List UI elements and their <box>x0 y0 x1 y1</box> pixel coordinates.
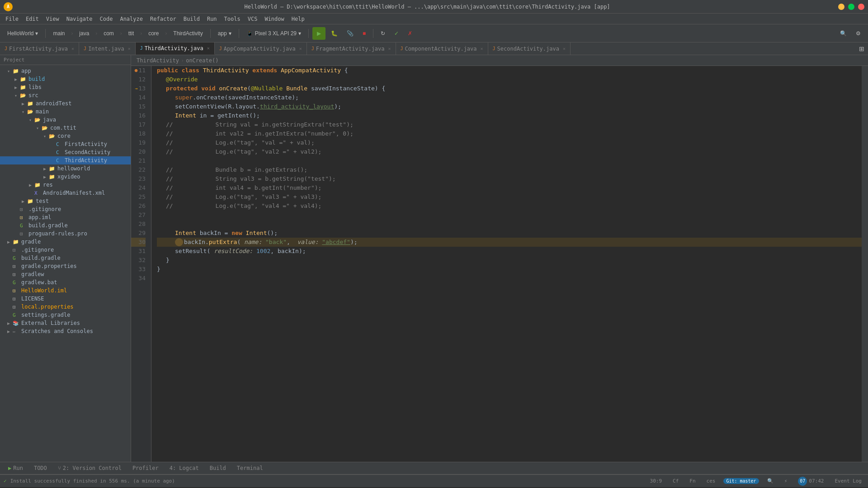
tab-appcompatactivity-close[interactable]: ✕ <box>299 46 302 51</box>
tab-thirdactivity-close[interactable]: ✕ <box>207 46 210 51</box>
tree-item-gradleprops[interactable]: ▶ ⊡ gradle.properties <box>0 262 131 270</box>
breadcrumb-core[interactable]: core <box>145 27 162 40</box>
power-button[interactable]: ⚡ <box>782 477 790 485</box>
tree-item-license[interactable]: ▶ ⊡ LICENSE <box>0 295 131 303</box>
tree-item-app[interactable]: ▾ 📁 app <box>0 67 131 75</box>
menu-tools[interactable]: Tools <box>221 15 244 23</box>
menu-view[interactable]: View <box>42 15 63 23</box>
tree-item-androidtest[interactable]: ▶ 📁 androidTest <box>0 99 131 108</box>
tree-item-manifest[interactable]: ▶ X AndroidManifest.xml <box>0 189 131 197</box>
tree-item-localprops[interactable]: ▶ ⊡ local.properties <box>0 303 131 311</box>
menu-edit[interactable]: Edit <box>22 15 42 23</box>
menu-code[interactable]: Code <box>96 15 117 23</box>
tree-item-buildgradle[interactable]: ▶ G build.gradle <box>0 221 131 230</box>
tree-item-libs[interactable]: ▶ 📁 libs <box>0 83 131 91</box>
tree-item-proguard[interactable]: ▶ ⊡ proguard-rules.pro <box>0 230 131 238</box>
tree-item-buildgradle-root[interactable]: ▶ G build.gradle <box>0 254 131 262</box>
device-selector[interactable]: 📱 Pixel 3 XL API 29 ▾ <box>243 27 305 40</box>
menu-help[interactable]: Help <box>288 15 308 23</box>
git-branch-indicator[interactable]: Git: master <box>723 478 759 484</box>
breadcrumb-thirdactivity[interactable]: ThirdActivity <box>170 27 206 40</box>
search-button[interactable]: 🔍 <box>764 477 776 485</box>
tree-item-build[interactable]: ▶ 📁 build <box>0 75 131 83</box>
attach-button[interactable]: 📎 <box>343 27 357 40</box>
tab-fragmentactivity[interactable]: J FragmentActivity.java ✕ <box>307 42 396 55</box>
right-scroll-gutter[interactable] <box>862 66 868 462</box>
git-check-button[interactable]: ✓ <box>391 27 402 40</box>
run-config-selector[interactable]: app ▾ <box>214 27 235 40</box>
tree-item-appiml[interactable]: ▶ ⊡ app.iml <box>0 213 131 221</box>
breadcrumb-java[interactable]: java <box>75 27 93 40</box>
tree-item-helloworldiml[interactable]: ▶ ⊡ HelloWorld.iml <box>0 286 131 295</box>
tree-item-gradlewbat[interactable]: ▶ G gradlew.bat <box>0 278 131 286</box>
tree-item-core[interactable]: ▾ 📂 core <box>0 132 131 140</box>
settings-button[interactable]: ⚙ <box>852 27 864 40</box>
recent-files-button[interactable]: ⊞ <box>855 42 868 55</box>
code-editor[interactable]: public class ThirdActivity extends AppCo… <box>151 66 862 462</box>
breadcrumb-oncreate[interactable]: onCreate() <box>186 57 218 64</box>
project-selector[interactable]: HelloWorld ▾ <box>4 27 42 40</box>
git-x-button[interactable]: ✗ <box>404 27 416 40</box>
tab-componentactivity-close[interactable]: ✕ <box>481 46 483 51</box>
tree-item-helloworld[interactable]: ▶ 📁 helloworld <box>0 164 131 173</box>
breadcrumb-main[interactable]: main <box>49 27 68 40</box>
tree-item-external[interactable]: ▶ 📚 External Libraries <box>0 319 131 327</box>
search-everywhere-button[interactable]: 🔍 <box>836 27 850 40</box>
tab-appcompatactivity[interactable]: J AppCompatActivity.java ✕ <box>215 42 307 55</box>
tree-item-gitignore-app[interactable]: ▶ ⊡ .gitignore <box>0 205 131 213</box>
tree-item-secondactivity[interactable]: ▶ C SecondActivity <box>0 148 131 156</box>
bottom-tab-run[interactable]: ▶ Run <box>4 464 28 472</box>
tab-secondactivity[interactable]: J SecondActivity.java ✕ <box>488 42 571 55</box>
tree-item-thirdactivity[interactable]: ▶ C ThirdActivity <box>0 156 131 164</box>
menu-navigate[interactable]: Navigate <box>63 15 96 23</box>
bottom-tab-vcs[interactable]: ⑂ 2: Version Control <box>53 464 126 472</box>
bottom-tab-build[interactable]: Build <box>205 464 231 472</box>
tree-item-xgvideo[interactable]: ▶ 📁 xgvideo <box>0 173 131 181</box>
tree-item-gitignore-root[interactable]: ▶ ⊡ .gitignore <box>0 246 131 254</box>
event-log-button[interactable]: Event Log <box>832 477 864 485</box>
position-indicator[interactable]: 30:9 <box>647 477 665 485</box>
encoding-indicator[interactable]: Cf <box>670 477 681 485</box>
menu-refactor[interactable]: Refactor <box>146 15 180 23</box>
menu-window[interactable]: Window <box>261 15 288 23</box>
input-mode-indicator[interactable]: ces <box>704 477 718 485</box>
tree-item-comttit[interactable]: ▾ 📂 com.ttit <box>0 124 131 132</box>
tab-intent-close[interactable]: ✕ <box>128 46 131 51</box>
breadcrumb-ttit[interactable]: ttit <box>125 27 138 40</box>
tab-componentactivity[interactable]: J ComponentActivity.java ✕ <box>396 42 488 55</box>
menu-file[interactable]: File <box>2 15 22 23</box>
minimize-button[interactable] <box>838 4 844 10</box>
sync-button[interactable]: ↻ <box>377 27 389 40</box>
maximize-button[interactable] <box>848 4 854 10</box>
bottom-tab-terminal[interactable]: Terminal <box>232 464 268 472</box>
file-tree[interactable]: ▾ 📁 app ▶ 📁 build ▶ 📁 libs <box>0 65 131 462</box>
run-button[interactable]: ▶ <box>312 27 326 40</box>
menu-run[interactable]: Run <box>203 15 221 23</box>
tab-thirdactivity[interactable]: J ThirdActivity.java ✕ <box>136 42 215 55</box>
tree-item-settingsgradle[interactable]: ▶ G settings.gradle <box>0 311 131 319</box>
breadcrumb-thirdactivity[interactable]: ThirdActivity <box>137 57 179 64</box>
tab-firstactivity[interactable]: J FirstActivity.java ✕ <box>0 42 79 55</box>
menu-analyze[interactable]: Analyze <box>116 15 146 23</box>
tab-secondactivity-close[interactable]: ✕ <box>563 46 566 51</box>
bottom-tab-logcat[interactable]: 4: Logcat <box>165 464 203 472</box>
menu-build[interactable]: Build <box>180 15 203 23</box>
debug-button[interactable]: 🐛 <box>327 27 341 40</box>
tree-item-res[interactable]: ▶ 📁 res <box>0 181 131 189</box>
tree-item-src[interactable]: ▾ 📂 src <box>0 91 131 99</box>
window-controls[interactable] <box>838 4 864 10</box>
tree-item-main[interactable]: ▾ 📂 main <box>0 108 131 116</box>
tab-firstactivity-close[interactable]: ✕ <box>71 46 74 51</box>
tree-item-firstactivity[interactable]: ▶ C FirstActivity <box>0 140 131 148</box>
stop-button[interactable]: ■ <box>359 27 369 40</box>
tree-item-gradle[interactable]: ▶ 📁 gradle <box>0 238 131 246</box>
tree-item-java[interactable]: ▾ 📂 java <box>0 116 131 124</box>
close-button[interactable] <box>858 4 864 10</box>
bottom-tab-todo[interactable]: TODO <box>29 464 52 472</box>
tab-fragmentactivity-close[interactable]: ✕ <box>388 46 391 51</box>
tree-item-gradlew[interactable]: ▶ ⊡ gradlew <box>0 270 131 278</box>
bottom-tab-profiler[interactable]: Profiler <box>128 464 163 472</box>
tab-intent[interactable]: J Intent.java ✕ <box>79 42 136 55</box>
tree-item-test[interactable]: ▶ 📁 test <box>0 197 131 205</box>
menu-vcs[interactable]: VCS <box>244 15 261 23</box>
